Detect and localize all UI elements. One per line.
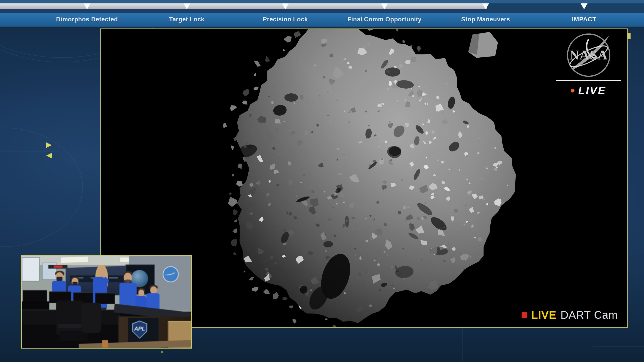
timeline-progress-bar <box>0 4 487 9</box>
grid-line <box>451 327 451 362</box>
monitor <box>95 293 115 304</box>
divider-line <box>556 80 621 81</box>
milestone-marker <box>381 4 388 9</box>
milestone-label: IMPACT <box>572 13 596 26</box>
grid-line <box>462 327 462 362</box>
grid-line <box>592 346 644 347</box>
ceiling-light <box>60 256 89 263</box>
nasa-live-bug: NASA LIVE <box>556 32 621 97</box>
record-dot-icon <box>522 312 527 318</box>
grid-line <box>0 151 59 152</box>
live-dot-icon <box>571 89 574 92</box>
pip-mission-control: APL <box>21 255 192 348</box>
camera-live-label: LIVE <box>531 309 556 321</box>
control-room-scene: APL <box>22 256 191 348</box>
camera-bug: LIVE DART Cam <box>522 309 618 321</box>
milestone-marker <box>282 4 289 9</box>
grid-line <box>0 137 68 137</box>
camera-name-label: DART Cam <box>560 309 618 321</box>
chair-seat <box>60 331 88 341</box>
milestone-label: Dimorphos Detected <box>56 13 118 26</box>
timeline-top-strip <box>0 0 644 4</box>
milestone-label: Final Comm Opportunity <box>347 13 421 26</box>
milestone-marker <box>84 4 90 9</box>
office-chair <box>56 300 84 335</box>
office-chair <box>82 303 101 333</box>
broadcast-stage: Dimorphos DetectedTarget LockPrecision L… <box>0 0 644 362</box>
timeline-labels: Dimorphos DetectedTarget LockPrecision L… <box>0 13 644 27</box>
chair-armrest <box>58 324 82 328</box>
monitor <box>23 290 47 303</box>
marker-arrow-left <box>46 153 52 158</box>
projection-screen <box>22 257 40 281</box>
marker-arrow-right <box>46 142 52 148</box>
milestone-marker <box>482 4 489 9</box>
milestone-marker <box>184 4 190 9</box>
telemetry-dot <box>161 351 164 353</box>
milestone-label: Target Lock <box>169 13 204 26</box>
milestone-label: Precision Lock <box>263 13 308 26</box>
orbit-arc-decoration <box>0 128 83 247</box>
svg-text:NASA: NASA <box>569 48 608 62</box>
nasa-logo: NASA <box>566 32 612 78</box>
mission-timeline: Dimorphos DetectedTarget LockPrecision L… <box>0 0 644 27</box>
grid-line <box>0 70 100 70</box>
red-sign <box>54 266 62 268</box>
chair-leg <box>102 340 108 348</box>
frame-tab-marker <box>627 33 630 39</box>
milestone-marker <box>581 4 588 9</box>
timeline-bar-row <box>0 4 644 9</box>
milestone-label: Stop Maneuvers <box>461 13 510 26</box>
grid-line <box>627 252 644 252</box>
live-label: LIVE <box>578 84 606 97</box>
